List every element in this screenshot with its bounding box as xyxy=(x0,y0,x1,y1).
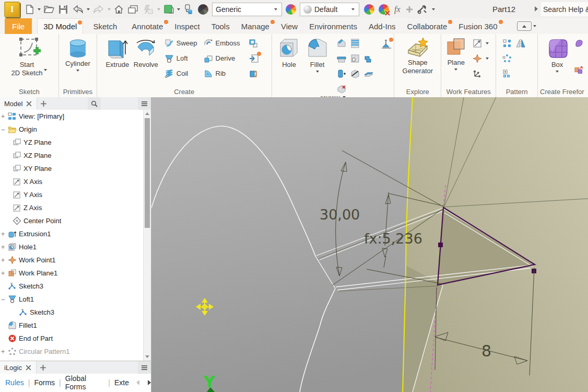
shape-generator-button[interactable]: Shape Generator xyxy=(401,36,436,86)
box-dropdown-caret[interactable] xyxy=(556,71,559,73)
material-dropdown[interactable]: Generic xyxy=(212,3,282,16)
undo-button[interactable] xyxy=(70,2,86,17)
emboss-button[interactable]: Emboss xyxy=(202,36,242,51)
shrinkwrap-button[interactable] xyxy=(246,66,261,81)
add-browser-tab-button[interactable] xyxy=(37,97,50,110)
tools-button[interactable] xyxy=(415,2,430,17)
split-button[interactable] xyxy=(350,68,360,79)
ilogic-tab[interactable]: iLogic xyxy=(0,361,37,374)
tree-row[interactable]: Sketch3 xyxy=(0,280,144,293)
tree-expander[interactable]: + xyxy=(0,257,6,264)
tree-row[interactable]: End of Part xyxy=(0,332,144,345)
extrude-button[interactable]: Extrude xyxy=(103,36,132,86)
tree-row[interactable]: + View: [Primary] xyxy=(0,110,144,123)
panel-label-primitives[interactable]: Primitives xyxy=(59,86,97,97)
home-button[interactable] xyxy=(112,2,126,17)
ucs-button[interactable] xyxy=(471,66,492,81)
tab-environments[interactable]: Environments xyxy=(303,18,363,34)
panel-label-explore[interactable]: Explore xyxy=(394,86,441,97)
tree-row[interactable]: Sketch3 xyxy=(0,306,144,319)
freeform-box-button[interactable]: Box xyxy=(543,36,571,86)
tab-add-ins[interactable]: Add-Ins xyxy=(363,18,402,34)
tree-row[interactable]: X Axis xyxy=(0,175,144,188)
draft-button[interactable] xyxy=(350,53,360,64)
tab-inspect[interactable]: Inspect xyxy=(169,18,205,34)
shell-button[interactable] xyxy=(336,53,347,64)
ilogic-tab-forms[interactable]: Forms xyxy=(34,378,55,387)
close-icon[interactable] xyxy=(26,100,32,107)
undo-dropdown[interactable] xyxy=(87,8,90,10)
mirror-button[interactable] xyxy=(514,36,527,51)
revolve-button[interactable]: Revolve xyxy=(132,36,160,86)
toolbar-overflow-caret[interactable] xyxy=(432,8,435,10)
panel-label-create[interactable]: Create xyxy=(97,86,272,97)
plane-dropdown-caret[interactable] xyxy=(454,68,457,71)
add-ilogic-tab-button[interactable] xyxy=(37,361,50,374)
parameters-button[interactable]: fx xyxy=(391,5,404,14)
thread-button[interactable] xyxy=(350,38,360,49)
tab-tools[interactable]: Tools xyxy=(206,18,236,34)
tree-row[interactable]: + Hole1 xyxy=(0,240,144,253)
tree-row[interactable]: + Circular Pattern1 xyxy=(0,345,144,358)
work-axis-button[interactable] xyxy=(471,36,492,51)
import-button[interactable] xyxy=(246,51,261,66)
appearance-wheel-dark-icon[interactable] xyxy=(198,4,208,15)
tab-manage[interactable]: Manage xyxy=(236,18,275,34)
cylinder-button[interactable]: Cylinder xyxy=(63,36,92,86)
derive-button[interactable]: Derive xyxy=(202,51,242,66)
material-dropdown-caret[interactable] xyxy=(177,8,180,10)
delete-face-button[interactable] xyxy=(363,68,374,79)
tree-row[interactable]: Center Point xyxy=(0,214,144,227)
start-2d-sketch-button[interactable]: Start 2D Sketch xyxy=(9,36,49,86)
tab-fusion-360[interactable]: Fusion 360 xyxy=(453,18,503,34)
tab-sketch[interactable]: Sketch xyxy=(87,18,123,34)
open-button[interactable] xyxy=(42,2,56,17)
panel-label-pattern[interactable]: Pattern xyxy=(496,86,537,97)
ilogic-tab-global-forms[interactable]: Global Forms xyxy=(65,374,104,391)
inventor-logo-icon[interactable]: I xyxy=(4,2,20,17)
tree-row[interactable]: YZ Plane xyxy=(0,136,144,149)
tree-expander[interactable]: − xyxy=(0,296,6,303)
material-browser-button[interactable] xyxy=(161,2,176,17)
viewport-3d[interactable]: 30,00 fx:5,236 8 Y xyxy=(151,97,588,392)
freeform-face-button[interactable] xyxy=(572,36,586,51)
browser-menu-button[interactable] xyxy=(138,97,151,110)
thicken-button[interactable] xyxy=(336,68,347,79)
panel-label-work-features[interactable]: Work Features xyxy=(441,86,496,97)
help-search-box[interactable]: Search Help & xyxy=(541,2,588,16)
tree-row[interactable]: + Work Point1 xyxy=(0,253,144,267)
tree-row[interactable]: + Work Plane1 xyxy=(0,267,144,280)
tab-view[interactable]: View xyxy=(275,18,303,34)
ilogic-tab-external[interactable]: Exte xyxy=(114,378,129,387)
decal-button[interactable] xyxy=(246,36,261,51)
tree-row[interactable]: Z Axis xyxy=(0,201,144,214)
fillet-button[interactable]: Fillet xyxy=(303,36,332,96)
scrollbar-thumb[interactable] xyxy=(145,118,150,228)
assign-material-button[interactable] xyxy=(181,2,196,17)
tree-row[interactable]: − Origin xyxy=(0,123,144,136)
tree-expander[interactable]: + xyxy=(0,230,6,238)
tree-row[interactable]: Fillet1 xyxy=(0,319,144,332)
tree-row[interactable]: XZ Plane xyxy=(0,149,144,162)
browser-scrollbar[interactable] xyxy=(143,110,151,361)
coil-button[interactable]: Coil xyxy=(162,66,199,81)
tree-row[interactable]: − Loft1 xyxy=(0,293,144,306)
sketch-driven-pattern-button[interactable] xyxy=(500,66,514,81)
move-face-button[interactable] xyxy=(336,84,347,94)
punch-tool-button[interactable] xyxy=(381,39,391,50)
panel-label-sketch[interactable]: Sketch xyxy=(0,86,58,97)
tree-expander[interactable]: + xyxy=(0,270,6,277)
tree-expander[interactable]: − xyxy=(0,126,6,133)
ilogic-menu-button[interactable] xyxy=(138,361,151,374)
sweep-button[interactable]: Sweep xyxy=(162,36,199,51)
cylinder-dropdown-caret[interactable] xyxy=(76,70,79,72)
new-file-button[interactable] xyxy=(23,2,37,17)
tab-file[interactable]: File xyxy=(5,18,32,34)
panel-label-create-freeform[interactable]: Create Freefor xyxy=(538,86,588,97)
adjust-appearance-icon[interactable] xyxy=(364,4,374,15)
work-point-button[interactable] xyxy=(471,51,492,66)
rectangular-pattern-button[interactable] xyxy=(500,36,514,51)
scroll-down-icon[interactable] xyxy=(145,355,149,358)
convert-freeform-button[interactable] xyxy=(572,62,586,77)
chamfer-button[interactable] xyxy=(336,38,347,49)
